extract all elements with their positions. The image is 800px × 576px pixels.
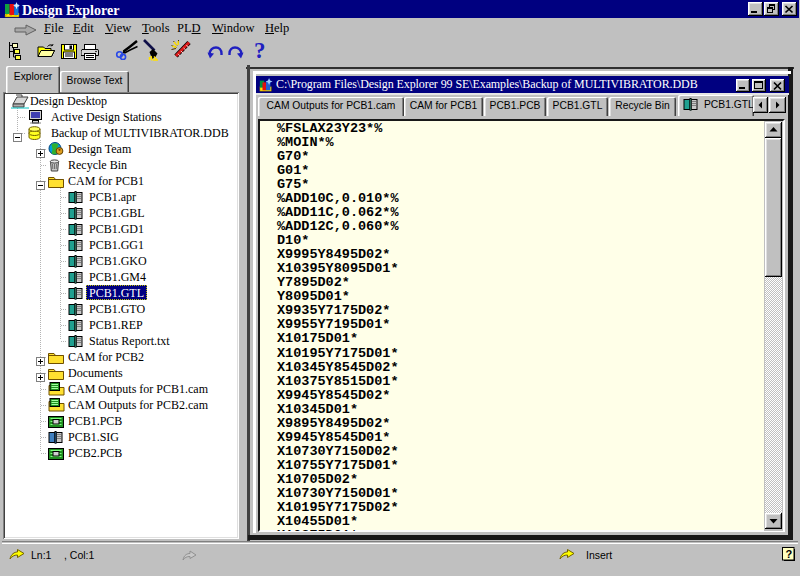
svg-text:?: ? [786,548,793,560]
